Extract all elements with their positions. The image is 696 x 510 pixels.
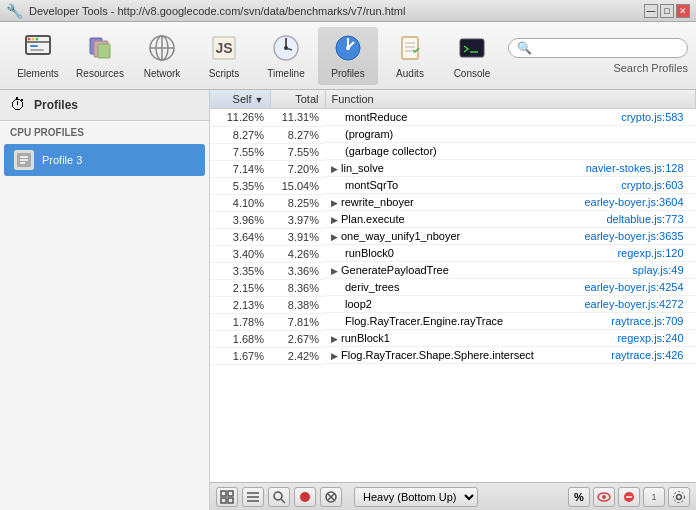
grid-btn[interactable] — [216, 487, 238, 507]
toolbar-search-area: 🔍 Search Profiles — [508, 38, 688, 74]
function-name: Flog.RayTracer.Engine.rayTrace — [331, 315, 503, 327]
cell-function: montReduce crypto.js:583 — [325, 109, 696, 126]
th-self[interactable]: Self ▼ — [210, 90, 270, 109]
sidebar-header-title: Profiles — [34, 98, 78, 112]
expand-arrow[interactable]: ▶ — [331, 232, 338, 242]
function-link[interactable]: raytrace.js:709 — [570, 315, 690, 327]
search-box[interactable]: 🔍 — [508, 38, 688, 58]
cell-self: 8.27% — [210, 126, 270, 143]
function-name: ▶GeneratePayloadTree — [331, 264, 449, 276]
function-link[interactable]: navier-stokes.js:128 — [570, 162, 690, 174]
search-btn[interactable] — [268, 487, 290, 507]
close-button[interactable]: ✕ — [676, 4, 690, 18]
cell-function: loop2 earley-boyer.js:4272 — [325, 296, 696, 313]
cell-function: (program) — [325, 126, 696, 143]
function-name: ▶Plan.execute — [331, 213, 405, 225]
profile-table-container[interactable]: Self ▼ Total Function 11.26% 11.31% — [210, 90, 696, 482]
toolbar-audits[interactable]: Audits — [380, 27, 440, 85]
table-row: 3.35% 3.36% ▶GeneratePayloadTree splay.j… — [210, 262, 696, 279]
svg-rect-21 — [402, 37, 418, 59]
expand-arrow[interactable]: ▶ — [331, 164, 338, 174]
main-toolbar: Elements Resources Network — [0, 22, 696, 90]
svg-rect-34 — [228, 498, 233, 503]
toolbar-resources[interactable]: Resources — [70, 27, 130, 85]
sidebar-header: ⏱ Profiles — [0, 90, 209, 121]
function-name: ▶Flog.RayTracer.Shape.Sphere.intersect — [331, 349, 534, 361]
table-row: 11.26% 11.31% montReduce crypto.js:583 — [210, 109, 696, 127]
expand-arrow[interactable]: ▶ — [331, 266, 338, 276]
function-link[interactable]: crypto.js:583 — [570, 111, 690, 123]
toolbar-network[interactable]: Network — [132, 27, 192, 85]
audits-label: Audits — [396, 68, 424, 79]
cell-function: ▶lin_solve navier-stokes.js:128 — [325, 160, 696, 177]
svg-point-48 — [677, 494, 682, 499]
cell-total: 8.36% — [270, 279, 325, 296]
toolbar-profiles[interactable]: Profiles — [318, 27, 378, 85]
svg-text:JS: JS — [215, 40, 232, 56]
expand-arrow[interactable]: ▶ — [331, 351, 338, 361]
exclude-btn[interactable] — [618, 487, 640, 507]
cell-total: 2.42% — [270, 347, 325, 364]
scripts-label: Scripts — [209, 68, 240, 79]
function-link[interactable]: crypto.js:603 — [570, 179, 690, 191]
function-name: (garbage collector) — [331, 145, 437, 157]
focus-function-btn[interactable]: 1 — [643, 487, 665, 507]
percentage-btn[interactable]: % — [568, 487, 590, 507]
minimize-button[interactable]: — — [644, 4, 658, 18]
cell-total: 3.36% — [270, 262, 325, 279]
expand-arrow[interactable]: ▶ — [331, 198, 338, 208]
table-header-row: Self ▼ Total Function — [210, 90, 696, 109]
svg-rect-32 — [228, 491, 233, 496]
list-btn[interactable] — [242, 487, 264, 507]
timeline-icon — [270, 32, 302, 64]
cell-self: 2.13% — [210, 296, 270, 313]
clear-btn[interactable] — [320, 487, 342, 507]
svg-rect-8 — [98, 44, 110, 58]
function-link[interactable]: earley-boyer.js:3635 — [570, 230, 690, 242]
cell-function: ▶rewrite_nboyer earley-boyer.js:3604 — [325, 194, 696, 211]
function-link[interactable]: earley-boyer.js:3604 — [570, 196, 690, 208]
view-mode-select[interactable]: Heavy (Bottom Up) Top Down — [354, 487, 478, 507]
svg-point-40 — [300, 492, 310, 502]
function-name: (program) — [331, 128, 393, 140]
toolbar-console[interactable]: Console — [442, 27, 502, 85]
function-link[interactable]: regexp.js:240 — [570, 332, 690, 344]
expand-arrow[interactable]: ▶ — [331, 334, 338, 344]
function-name: montReduce — [331, 111, 407, 123]
function-link[interactable]: splay.js:49 — [570, 264, 690, 276]
search-label: Search Profiles — [613, 62, 688, 74]
search-input[interactable] — [536, 42, 676, 54]
cell-self: 11.26% — [210, 109, 270, 127]
app-icon: 🔧 — [6, 3, 23, 19]
resources-label: Resources — [76, 68, 124, 79]
cell-self: 1.67% — [210, 347, 270, 364]
cell-total: 8.38% — [270, 296, 325, 313]
function-link[interactable]: earley-boyer.js:4272 — [570, 298, 690, 310]
toolbar-timeline[interactable]: Timeline — [256, 27, 316, 85]
cell-total: 8.25% — [270, 194, 325, 211]
audits-icon — [394, 32, 426, 64]
cell-total: 15.04% — [270, 177, 325, 194]
th-total[interactable]: Total — [270, 90, 325, 109]
focus-btn[interactable] — [593, 487, 615, 507]
record-btn[interactable] — [294, 487, 316, 507]
profile-3-item[interactable]: Profile 3 — [4, 144, 205, 176]
table-row: 3.64% 3.91% ▶one_way_unify1_nboyer earle… — [210, 228, 696, 245]
maximize-button[interactable]: □ — [660, 4, 674, 18]
sidebar: ⏱ Profiles CPU PROFILES Profile 3 — [0, 90, 210, 510]
function-link[interactable]: deltablue.js:773 — [570, 213, 690, 225]
bottom-toolbar: Heavy (Bottom Up) Top Down % — [210, 482, 696, 510]
table-row: 5.35% 15.04% montSqrTo crypto.js:603 — [210, 177, 696, 194]
function-link[interactable]: earley-boyer.js:4254 — [570, 281, 690, 293]
scripts-icon: JS — [208, 32, 240, 64]
function-link[interactable]: regexp.js:120 — [570, 247, 690, 259]
function-link[interactable]: raytrace.js:426 — [570, 349, 690, 361]
function-name: ▶one_way_unify1_nboyer — [331, 230, 460, 242]
profile-table: Self ▼ Total Function 11.26% 11.31% — [210, 90, 696, 365]
toolbar-scripts[interactable]: JS Scripts — [194, 27, 254, 85]
cell-self: 1.78% — [210, 313, 270, 330]
settings-btn[interactable] — [668, 487, 690, 507]
toolbar-elements[interactable]: Elements — [8, 27, 68, 85]
th-function[interactable]: Function — [325, 90, 696, 109]
expand-arrow[interactable]: ▶ — [331, 215, 338, 225]
